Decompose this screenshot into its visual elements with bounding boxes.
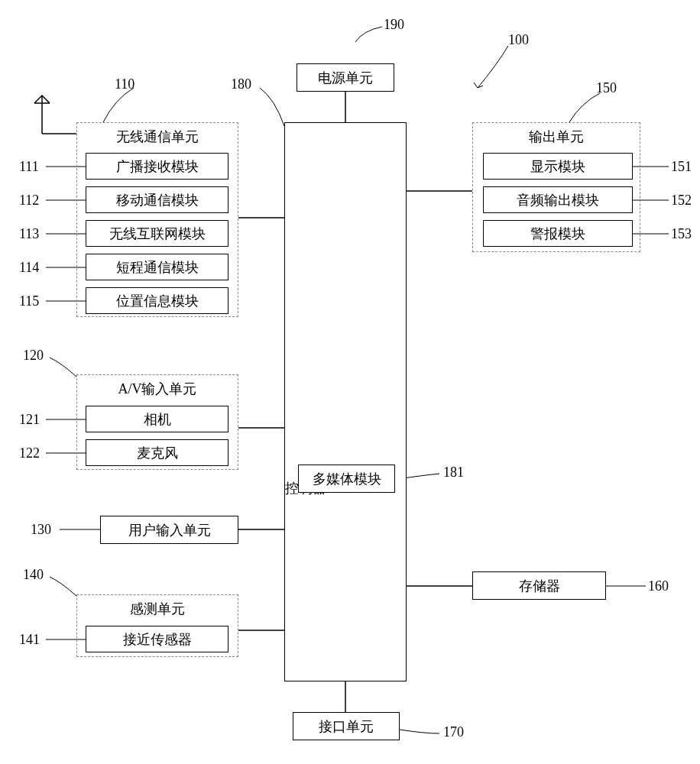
camera-label: 相机: [144, 410, 171, 429]
position-block: 位置信息模块: [86, 287, 228, 314]
interface-label: 接口单元: [319, 717, 374, 736]
block-diagram: 电源单元 190 100 控制器 180 多媒体模块 181 无线通信单元 11…: [0, 0, 700, 764]
broadcast-rx-label: 广播接收模块: [116, 157, 199, 176]
mobile-comm-label: 移动通信模块: [116, 191, 199, 209]
microphone-block: 麦克风: [86, 439, 228, 466]
audio-out-label: 音频输出模块: [517, 191, 599, 209]
ref-130: 130: [31, 522, 51, 538]
alarm-label: 警报模块: [530, 225, 585, 243]
short-range-label: 短程通信模块: [116, 258, 199, 277]
ref-160: 160: [648, 578, 669, 594]
user-input-label: 用户输入单元: [128, 521, 211, 539]
controller-block: 控制器: [284, 122, 407, 681]
audio-out-block: 音频输出模块: [483, 186, 633, 213]
ref-150: 150: [596, 80, 617, 96]
ref-100: 100: [508, 32, 529, 48]
ref-153: 153: [671, 226, 692, 242]
interface-block: 接口单元: [293, 712, 400, 740]
multimedia-block: 多媒体模块: [298, 465, 395, 493]
ref-114: 114: [19, 260, 39, 276]
microphone-label: 麦克风: [137, 444, 178, 462]
ref-152: 152: [671, 193, 692, 209]
ref-181: 181: [443, 465, 464, 481]
ref-115: 115: [19, 293, 39, 309]
display-block: 显示模块: [483, 153, 633, 180]
ref-141: 141: [19, 632, 40, 648]
proximity-label: 接近传感器: [123, 630, 192, 649]
proximity-block: 接近传感器: [86, 626, 228, 652]
display-label: 显示模块: [530, 157, 585, 176]
camera-block: 相机: [86, 406, 228, 432]
ref-112: 112: [19, 193, 39, 209]
broadcast-rx-block: 广播接收模块: [86, 153, 228, 180]
ref-120: 120: [23, 348, 44, 364]
short-range-block: 短程通信模块: [86, 254, 228, 280]
ref-151: 151: [671, 159, 692, 175]
ref-113: 113: [19, 226, 39, 242]
user-input-block: 用户输入单元: [100, 516, 238, 544]
ref-122: 122: [19, 445, 40, 461]
av-input-title: A/V输入单元: [77, 380, 238, 398]
sensing-title: 感测单元: [77, 600, 238, 618]
position-label: 位置信息模块: [116, 292, 199, 310]
ref-111: 111: [19, 159, 39, 175]
ref-110: 110: [115, 76, 134, 92]
ref-121: 121: [19, 412, 40, 428]
memory-label: 存储器: [519, 577, 560, 595]
ref-170: 170: [443, 724, 464, 740]
wireless-unit-title: 无线通信单元: [77, 128, 238, 146]
power-unit-block: 电源单元: [297, 63, 394, 92]
multimedia-label: 多媒体模块: [313, 470, 381, 488]
wireless-net-block: 无线互联网模块: [86, 220, 228, 247]
wireless-net-label: 无线互联网模块: [109, 225, 206, 243]
output-title: 输出单元: [473, 128, 640, 146]
mobile-comm-block: 移动通信模块: [86, 186, 228, 213]
memory-block: 存储器: [472, 571, 606, 600]
ref-140: 140: [23, 567, 44, 583]
power-unit-label: 电源单元: [318, 69, 373, 87]
alarm-block: 警报模块: [483, 220, 633, 247]
ref-190: 190: [384, 17, 404, 33]
ref-180: 180: [231, 76, 251, 92]
